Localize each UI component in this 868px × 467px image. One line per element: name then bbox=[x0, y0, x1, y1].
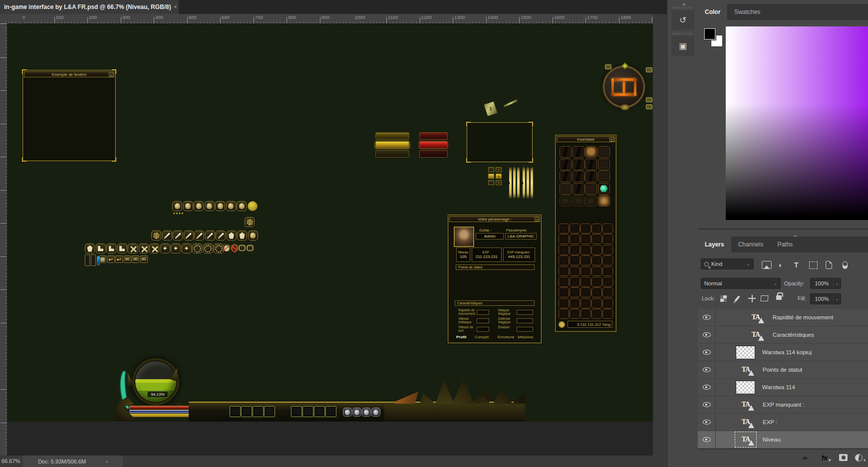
visibility-toggle[interactable] bbox=[698, 309, 716, 326]
visibility-toggle[interactable] bbox=[698, 361, 716, 378]
visibility-toggle[interactable] bbox=[698, 431, 716, 448]
fill-field[interactable]: 100%⌄ bbox=[810, 293, 841, 304]
layer-thumbnail[interactable] bbox=[736, 381, 755, 394]
stat-value-box bbox=[477, 310, 489, 315]
lock-image-pixels-icon[interactable] bbox=[736, 294, 738, 302]
visibility-toggle[interactable] bbox=[698, 326, 716, 343]
adjustment-layer-icon[interactable]: ▾ bbox=[855, 453, 866, 463]
equipment-grid bbox=[560, 146, 610, 207]
layer-name[interactable]: Niveau bbox=[763, 437, 781, 443]
visibility-toggle[interactable] bbox=[698, 344, 716, 361]
layer-name[interactable]: Warstwa 114 bbox=[762, 384, 795, 390]
panel-divider bbox=[698, 229, 868, 230]
layer-style-fx-icon[interactable]: fx▾ bbox=[822, 453, 831, 463]
filter-shape-layers-icon[interactable] bbox=[809, 260, 818, 269]
foreground-color-swatch[interactable] bbox=[704, 28, 716, 40]
layer-thumbnail[interactable] bbox=[736, 346, 755, 359]
3d-panel-button[interactable]: ▣ bbox=[671, 36, 694, 56]
status-points-bar: Points de statut bbox=[456, 264, 535, 270]
layer-row[interactable]: Warstwa 114 bbox=[698, 379, 868, 396]
status-bar: 66.67% Doc: 5.93M/506.6M › bbox=[0, 456, 667, 467]
layer-row[interactable]: TARapidité de mouvement bbox=[698, 309, 868, 326]
filter-adjustment-layers-icon[interactable]: ◐ bbox=[779, 260, 783, 269]
blend-mode-select[interactable]: Normal ⌄ bbox=[701, 278, 781, 289]
text-layer-thumbnail[interactable]: TA bbox=[736, 398, 756, 412]
lock-artboard-icon[interactable] bbox=[761, 294, 768, 302]
layer-row[interactable]: TAEXP : bbox=[698, 414, 868, 431]
visibility-toggle[interactable] bbox=[698, 396, 716, 413]
lock-all-icon[interactable] bbox=[776, 292, 782, 300]
stat-label: Vitesse d'attaque bbox=[458, 317, 477, 324]
minimap-button[interactable] bbox=[646, 97, 652, 102]
character-panel: Votre personnage :xGuilde :AdminPseudony… bbox=[448, 215, 542, 343]
tab-color[interactable]: Color bbox=[698, 4, 727, 20]
text-layer-thumbnail[interactable]: TA bbox=[746, 328, 766, 342]
filter-toggle-pin[interactable] bbox=[843, 260, 848, 269]
char-tab-emotions: Emotions bbox=[498, 335, 514, 339]
text-layer-thumbnail[interactable]: TA bbox=[736, 433, 756, 447]
text-layer-thumbnail[interactable]: TA bbox=[746, 310, 766, 324]
history-panel-button[interactable]: ↺ bbox=[671, 10, 694, 30]
layer-row[interactable]: TANiveau bbox=[698, 431, 868, 449]
layer-row-body: TANiveau bbox=[716, 431, 868, 448]
sword-icon bbox=[194, 231, 204, 240]
color-saturation-field[interactable] bbox=[726, 26, 868, 220]
document-tab[interactable]: in-game interface by L&A FR.psd @ 66.7% … bbox=[0, 0, 179, 14]
lock-transparent-pixels-icon[interactable] bbox=[720, 294, 727, 302]
layer-name[interactable]: EXP : bbox=[763, 419, 777, 425]
filter-smart-objects-icon[interactable] bbox=[826, 260, 832, 269]
tab-swatches[interactable]: Swatches bbox=[727, 4, 767, 20]
layer-name[interactable]: Points de statut bbox=[763, 367, 802, 373]
scrollbar-asset bbox=[509, 166, 520, 199]
layer-name[interactable]: Caractéristiques bbox=[773, 332, 814, 338]
doc-size-indicator[interactable]: Doc: 5.93M/506.6M › bbox=[23, 456, 123, 467]
text-layer-thumbnail[interactable]: TA bbox=[736, 363, 756, 377]
tab-channels[interactable]: Channels bbox=[731, 236, 771, 252]
scrollbar-bar bbox=[509, 166, 512, 199]
visibility-toggle[interactable] bbox=[698, 379, 716, 396]
minimap-button[interactable] bbox=[605, 64, 611, 69]
layer-name[interactable]: EXP manquant : bbox=[763, 402, 805, 408]
zoom-level[interactable]: 66.67% bbox=[1, 458, 20, 464]
inventory-slot bbox=[559, 277, 569, 287]
equipment-slot bbox=[560, 159, 572, 170]
inventory-slot bbox=[559, 245, 569, 255]
tab-paths[interactable]: Paths bbox=[770, 236, 800, 252]
layer-row[interactable]: TACaractéristiques bbox=[698, 326, 868, 344]
layer-name[interactable]: Rapidité de mouvement bbox=[773, 314, 833, 320]
close-tab-icon[interactable]: × bbox=[174, 3, 177, 10]
gear-icon bbox=[192, 243, 202, 253]
filter-pixel-layers-icon[interactable] bbox=[762, 260, 772, 269]
inventory-slot bbox=[559, 255, 569, 265]
layer-row[interactable]: Warstwa 114 kopiuj bbox=[698, 344, 868, 361]
visibility-toggle[interactable] bbox=[698, 414, 716, 431]
ruler-tick-label: 1700 bbox=[587, 14, 597, 20]
lock-position-icon[interactable] bbox=[748, 294, 756, 302]
inventory-slot bbox=[602, 287, 613, 297]
document-canvas[interactable]: Exemple de fenêtrex2 x x xInventaireX5.1… bbox=[7, 23, 653, 422]
status-chevron-icon[interactable]: › bbox=[106, 459, 108, 465]
ruler-tick-label: 100 bbox=[56, 14, 64, 20]
layer-name[interactable]: Warstwa 114 kopiuj bbox=[762, 349, 812, 355]
eye-icon bbox=[703, 367, 711, 372]
tab-layers[interactable]: Layers bbox=[698, 236, 731, 252]
layer-row[interactable]: TAEXP manquant : bbox=[698, 396, 868, 414]
ruler-left[interactable] bbox=[0, 23, 7, 456]
minimap-button[interactable] bbox=[646, 104, 652, 109]
ruler-top[interactable]: 0100200300400500600700800900100011001200… bbox=[7, 14, 667, 23]
collapse-panels-icon[interactable]: « bbox=[682, 1, 684, 7]
filter-type-layers-icon[interactable]: T bbox=[794, 260, 799, 269]
inventory-slot bbox=[602, 245, 613, 255]
missing-font-warning-icon bbox=[758, 335, 764, 341]
text-layer-thumbnail[interactable]: TA bbox=[736, 415, 756, 429]
minimap-button[interactable] bbox=[646, 67, 652, 72]
filter-kind-select[interactable]: Kind ⌄ bbox=[701, 258, 754, 269]
layer-row[interactable]: TAPoints de statut bbox=[698, 361, 868, 379]
eye-icon bbox=[703, 332, 711, 337]
hotbar-slot bbox=[241, 406, 252, 417]
link-layers-icon[interactable]: ∞ bbox=[803, 453, 807, 463]
add-layer-mask-icon[interactable] bbox=[839, 453, 848, 463]
opacity-field[interactable]: 100%⌄ bbox=[810, 278, 841, 289]
canvas-scrollbar[interactable] bbox=[653, 14, 667, 456]
star-icon bbox=[182, 243, 192, 253]
